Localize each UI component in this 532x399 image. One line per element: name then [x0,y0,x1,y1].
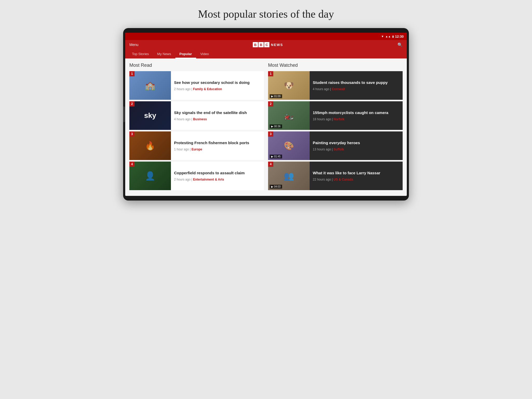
most-read-title: Most Read [129,63,264,68]
rank-badge-2: 2 [129,101,135,107]
tablet-button [123,107,125,122]
most-watched-column: Most Watched 1 🐶 ▶ 01:09 Stud [268,63,403,192]
most-read-column: Most Read 1 🏫 See how your secondary sch… [129,63,264,192]
page-title: Most popular stories of the day [198,8,334,20]
item-category[interactable]: Europe [191,148,202,151]
play-overlay: ▶ 04:03 [270,185,282,189]
most-read-item-3[interactable]: 3 🔥 Protesting French fishermen block po… [129,131,264,160]
most-read-item-2[interactable]: 2 sky Sky signals the end of the satelli… [129,101,264,130]
content-area: Most Read 1 🏫 See how your secondary sch… [125,58,407,196]
bbc-block-c: C [264,42,269,47]
rank-badge-1: 1 [129,71,135,76]
status-bar: ▼ ▲▲ ▮ 12:30 [125,33,407,40]
rank-badge-v4: 4 [268,162,273,167]
bbc-block-b1: B [253,42,258,47]
sky-thumbnail: sky [129,101,171,130]
signal-icon: ▲▲ [385,35,391,38]
play-icon: ▶ [271,155,273,158]
time-ago: 4 hours ago [174,117,190,121]
school-icon: 🏫 [145,81,155,90]
thumb-nassar: 4 👥 ▶ 04:03 [268,162,310,190]
play-overlay: ▶ 01:09 [270,94,282,98]
school-thumbnail: 🏫 [129,71,171,100]
item-category[interactable]: Family & Education [193,87,222,91]
group-icon: 👥 [284,171,294,181]
time-ago: 2 hours ago [174,87,190,91]
status-time: 12:30 [395,35,404,38]
thumb-copperfield: 4 👤 [129,162,171,190]
most-watched-item-1[interactable]: 1 🐶 ▶ 01:09 Student raises thousands to … [268,71,403,100]
most-read-item-4[interactable]: 4 👤 Copperfield responds to assault clai… [129,162,264,190]
most-watched-title: Most Watched [268,63,403,68]
item-meta: 22 hours ago | US & Canada [313,178,380,181]
time-ago: 2 hours ago [174,178,190,181]
item-category[interactable]: Entertainment & Arts [193,178,224,181]
item-category[interactable]: Suffolk [334,148,344,151]
sky-logo-text: sky [144,111,156,120]
item-body: What it was like to face Larry Nassar 22… [310,162,383,190]
item-body: 155mph motorcyclists caught on camera 18… [310,101,391,130]
most-read-item-1[interactable]: 1 🏫 See how your secondary school is doi… [129,71,264,100]
most-watched-item-2[interactable]: 2 🏍️ ▶ 00:36 155mph motorcyclists caught… [268,101,403,130]
item-title: Sky signals the end of the satellite dis… [174,110,247,115]
tab-my-news[interactable]: My News [153,49,175,58]
fire-icon: 🔥 [145,141,155,151]
time-ago: 13 hours ago [313,148,331,151]
copperfield-thumbnail: 👤 [129,162,171,190]
play-icon: ▶ [271,95,273,98]
video-duration: 01:09 [274,95,281,98]
item-body: Copperfield responds to assault claim 2 … [171,162,248,190]
item-category[interactable]: Norfolk [334,117,344,121]
bbc-block-b2: B [258,42,264,47]
item-category[interactable]: Cornwall [332,87,345,91]
rank-badge-3: 3 [129,131,135,137]
menu-button[interactable]: Menu [129,43,138,47]
most-watched-item-4[interactable]: 4 👥 ▶ 04:03 What it was like to face Lar… [268,162,403,190]
thumb-fishermen: 3 🔥 [129,131,171,160]
video-duration: 04:03 [274,185,281,188]
item-body: Protesting French fishermen block ports … [171,131,252,160]
paint-icon: 🎨 [284,141,294,151]
item-body: Student raises thousands to save puppy 4… [310,71,391,100]
search-icon[interactable]: 🔍 [397,42,403,47]
item-title: See how your secondary school is doing [174,80,250,85]
video-duration: 00:36 [274,125,281,128]
puppy-icon: 🐶 [284,81,294,90]
item-body: Sky signals the end of the satellite dis… [171,101,250,130]
tablet-screen: ▼ ▲▲ ▮ 12:30 Menu B B C NEWS 🔍 Top Stori… [125,33,407,196]
item-title: 155mph motorcyclists caught on camera [313,110,388,115]
video-duration: 01:45 [274,155,281,158]
time-ago: 4 hours ago [313,87,329,91]
fishermen-thumbnail: 🔥 [129,131,171,160]
thumb-sky: 2 sky [129,101,171,130]
item-category[interactable]: US & Canada [334,178,353,181]
person-icon: 👤 [145,171,155,181]
item-category[interactable]: Business [193,117,207,121]
nav-tabs: Top Stories My News Popular Video [125,49,407,58]
play-overlay: ▶ 01:45 [270,155,282,158]
rank-badge-v3: 3 [268,131,273,137]
bbc-blocks: B B C [253,42,269,47]
tab-top-stories[interactable]: Top Stories [128,49,153,58]
tab-video[interactable]: Video [196,49,213,58]
item-meta: 2 hours ago | Family & Education [174,87,250,91]
most-watched-item-3[interactable]: 3 🎨 ▶ 01:45 Painting everyday heroes 13 … [268,131,403,160]
rank-badge-v1: 1 [268,71,273,76]
thumb-painting: 3 🎨 ▶ 01:45 [268,131,310,160]
status-icons: ▼ ▲▲ ▮ 12:30 [381,35,404,38]
tab-popular[interactable]: Popular [175,49,196,58]
item-body: Painting everyday heroes 13 hours ago | … [310,131,363,160]
moto-icon: 🏍️ [284,111,294,121]
thumb-puppy: 1 🐶 ▶ 01:09 [268,71,310,100]
thumb-motorcycles: 2 🏍️ ▶ 00:36 [268,101,310,130]
tablet-frame: ▼ ▲▲ ▮ 12:30 Menu B B C NEWS 🔍 Top Stori… [123,28,409,201]
item-title: What it was like to face Larry Nassar [313,170,380,176]
item-title: Student raises thousands to save puppy [313,80,388,85]
rank-badge-v2: 2 [268,101,273,107]
play-icon: ▶ [271,125,273,128]
item-body: See how your secondary school is doing 2… [171,71,253,100]
bbc-logo: B B C NEWS [253,42,283,47]
app-header: Menu B B C NEWS 🔍 [125,40,407,49]
play-overlay: ▶ 00:36 [270,124,282,128]
rank-badge-4: 4 [129,162,135,167]
